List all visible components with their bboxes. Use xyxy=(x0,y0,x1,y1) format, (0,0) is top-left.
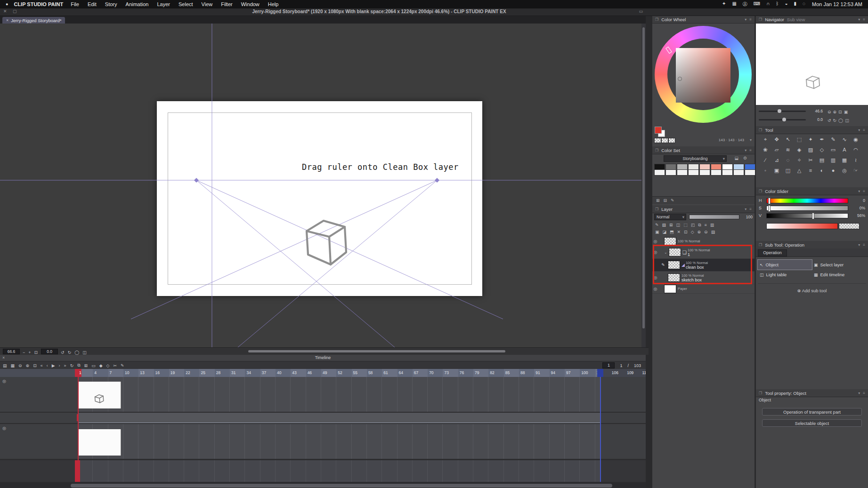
tool-lasso-icon[interactable]: ◌ xyxy=(782,155,794,165)
layer-toolbar-icon[interactable]: ✎ xyxy=(655,223,659,227)
menu-help[interactable]: Help xyxy=(268,1,279,7)
playhead-line[interactable] xyxy=(78,369,79,482)
transparent-color-chip[interactable] xyxy=(661,138,668,143)
tool-droplet-icon[interactable]: ◦ xyxy=(760,165,771,176)
layer-row[interactable]: ◎Paper xyxy=(652,284,754,294)
keyboard-icon[interactable]: ⌨ xyxy=(754,1,760,8)
menu-animation[interactable]: Animation xyxy=(126,1,149,7)
tab-close-icon[interactable]: × xyxy=(6,18,8,23)
transparent-color-chip[interactable] xyxy=(668,138,675,143)
layer-toolbar-icon[interactable]: ◪ xyxy=(663,230,667,234)
tool-airbrush-icon[interactable]: ◉ xyxy=(850,134,861,144)
panel-collapse-icon[interactable]: ▾ xyxy=(745,17,746,22)
add-color-icon[interactable]: ⊞ xyxy=(656,198,660,203)
menu-layer[interactable]: Layer xyxy=(157,1,170,7)
tool-brush-icon[interactable]: ∿ xyxy=(839,134,850,144)
wrench-icon[interactable]: ⚙ xyxy=(743,156,747,160)
document-tab[interactable]: × Jerry-Rigged Storyboard* xyxy=(2,17,65,24)
menu-window[interactable]: Window xyxy=(241,1,260,7)
tool-perspective-icon[interactable]: △ xyxy=(794,165,805,176)
eye-icon[interactable]: ◎ xyxy=(652,250,658,255)
tool-balloon-icon[interactable]: ◠ xyxy=(850,144,861,155)
layer-row[interactable]: ◎100 % Normal xyxy=(652,237,754,246)
lock-icon[interactable]: ⬓ xyxy=(734,156,738,160)
track-eye-icon[interactable]: ◎ xyxy=(2,426,6,431)
tool-gradient-icon[interactable]: ▨ xyxy=(805,144,816,155)
layer-toolbar-icon[interactable]: ⬚ xyxy=(683,223,688,227)
color-swatch[interactable] xyxy=(745,169,755,176)
specify-cel-icon[interactable]: ▭ xyxy=(91,363,96,368)
color-wheel-title[interactable]: Color Wheel xyxy=(661,17,686,22)
onion-skin-icon[interactable]: ⧉ xyxy=(77,363,80,368)
timeline-track-sketch-box[interactable]: ◎ xyxy=(0,424,646,459)
go-to-end-icon[interactable]: » xyxy=(64,363,66,368)
navigator-zoom-slider[interactable] xyxy=(759,111,806,112)
timeline-close-icon[interactable]: × xyxy=(2,355,5,361)
layer-toolbar-icon[interactable]: ◰ xyxy=(691,223,695,227)
tool-pattern-icon[interactable]: ▦ xyxy=(839,155,850,165)
tool-stamp-icon[interactable]: ▣ xyxy=(771,165,782,176)
window-minimize-icon[interactable]: ▭ xyxy=(639,9,643,14)
zoom-in-icon[interactable]: + xyxy=(28,350,31,355)
zoom-in-icon[interactable]: ⊕ xyxy=(833,110,837,114)
enable-keyframes-icon[interactable]: ✎ xyxy=(121,363,124,368)
fit-canvas-icon[interactable]: ⊡ xyxy=(34,350,38,355)
rotate-right-icon[interactable]: ↻ xyxy=(833,118,837,123)
color-options-icon[interactable]: ▾ xyxy=(750,138,752,142)
tab-sub-view[interactable]: Sub view xyxy=(787,17,805,22)
tool-ruler-icon[interactable]: ⊿ xyxy=(771,155,782,165)
sub-tool-group-operation[interactable]: Operation xyxy=(758,249,787,256)
tool-blend-icon[interactable]: ≋ xyxy=(782,144,794,155)
cut-icon[interactable]: ✂ xyxy=(114,363,117,368)
timeline-clip-thumbnail[interactable] xyxy=(78,429,121,456)
navigator-zoom-value[interactable]: 46.6 xyxy=(809,109,823,113)
color-slider-title[interactable]: Color Slider xyxy=(765,189,788,194)
color-swatch[interactable] xyxy=(722,169,733,176)
timeline-track-clean-box[interactable]: ◎ xyxy=(0,377,646,412)
menu-filter[interactable]: Filter xyxy=(221,1,232,7)
tool-mesh-icon[interactable]: ▤ xyxy=(816,155,827,165)
panel-collapse-icon[interactable]: ▾ xyxy=(858,243,860,247)
panel-menu-icon[interactable]: ≡ xyxy=(863,243,865,247)
flip-view-icon[interactable]: ◫ xyxy=(82,350,87,355)
layer-thumbnail[interactable] xyxy=(664,285,676,293)
tool-symmetry-icon[interactable]: ◫ xyxy=(782,165,794,176)
layer-row[interactable]: ◎100 % Normalsketch box xyxy=(652,272,754,284)
layer-toolbar-icon[interactable]: ✕ xyxy=(677,230,681,234)
keyframe-icon[interactable]: ◆ xyxy=(99,363,103,368)
navigator-preview[interactable] xyxy=(756,24,868,105)
layer-thumbnail[interactable] xyxy=(668,273,680,282)
layer-toolbar-icon[interactable]: ⬒ xyxy=(670,230,674,234)
layer-thumbnail[interactable] xyxy=(664,237,676,246)
transparent-color-chip[interactable] xyxy=(654,138,661,143)
layer-toolbar-icon[interactable]: ▤ xyxy=(711,230,715,234)
opacity-value[interactable]: 100 xyxy=(742,215,753,219)
canvas-page[interactable]: Drag ruler onto Clean Box layer xyxy=(157,101,482,296)
actual-size-icon[interactable]: ▣ xyxy=(844,110,848,114)
navigator-rotation-value[interactable]: 0.0 xyxy=(809,117,823,122)
panel-collapse-icon[interactable]: ▾ xyxy=(858,17,860,22)
tool-fill-2-icon[interactable]: ◐ xyxy=(816,165,827,176)
zoom-out-icon[interactable]: ⊖ xyxy=(18,363,22,368)
navigator-rotation-slider[interactable] xyxy=(759,119,806,120)
track-eye-icon[interactable]: ◎ xyxy=(2,379,6,384)
panel-collapse-icon[interactable]: ▾ xyxy=(858,128,860,132)
panel-menu-icon[interactable]: ≡ xyxy=(863,128,865,132)
layer-toolbar-icon[interactable]: ⊕ xyxy=(698,230,701,234)
tool-wand-icon[interactable]: ✧ xyxy=(794,155,805,165)
sub-tool-title[interactable]: Sub Tool: Operation xyxy=(765,242,804,248)
timeline-current-frame[interactable]: 1 xyxy=(602,362,615,368)
timeline-track-camera[interactable] xyxy=(0,413,646,423)
tool-figure-icon[interactable]: ◇ xyxy=(816,144,827,155)
edit-pen-icon[interactable]: ✎ xyxy=(658,263,668,267)
tool-cut-icon[interactable]: ✂ xyxy=(805,155,816,165)
display-icon[interactable]: ▦ xyxy=(732,1,736,8)
timeline-settings-icon[interactable]: ▦ xyxy=(11,363,15,368)
tool-property-button[interactable]: Selectable object xyxy=(762,419,862,427)
slider-bar[interactable] xyxy=(766,213,848,218)
layer-toolbar-icon[interactable]: ⧉ xyxy=(698,223,701,228)
canvas-zoom-value[interactable]: 66.6 xyxy=(3,349,20,354)
tool-panel-title[interactable]: Tool xyxy=(765,128,773,133)
track-active-area[interactable] xyxy=(78,377,600,412)
panel-menu-icon[interactable]: ≡ xyxy=(863,17,865,22)
